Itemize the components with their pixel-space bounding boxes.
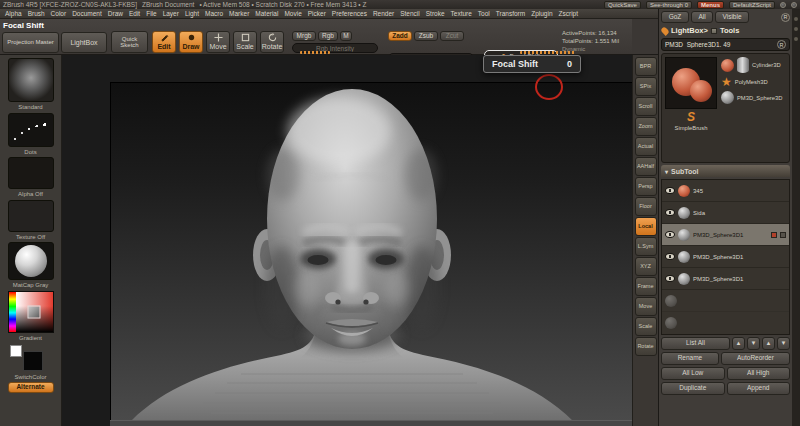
menu-item-draw[interactable]: Draw — [108, 10, 123, 17]
spix-button[interactable]: SPix — [635, 77, 657, 96]
actual-button[interactable]: Actual — [635, 137, 657, 156]
menu-item-macro[interactable]: Macro — [205, 10, 223, 17]
quick-sketch-button[interactable]: Quick Sketch — [111, 31, 148, 53]
floor-button[interactable]: Floor — [635, 197, 657, 216]
menu-item-preferences[interactable]: Preferences — [332, 10, 367, 17]
draw-button[interactable]: Draw — [179, 31, 203, 53]
menu-item-marker[interactable]: Marker — [229, 10, 249, 17]
menus-button[interactable]: Menus — [697, 1, 724, 9]
window-control-icon[interactable] — [780, 2, 786, 8]
move-up-button[interactable]: ▲ — [732, 337, 745, 350]
visibility-eye-icon[interactable] — [665, 187, 675, 194]
current-material-thumbnail[interactable] — [8, 242, 54, 280]
tool-item-cylinder[interactable]: Cylinder3D — [721, 57, 786, 73]
subtool-row-empty-1[interactable] — [662, 290, 789, 312]
menu-item-document[interactable]: Document — [72, 10, 102, 17]
lightbox-tools-header[interactable]: LightBox> Tools — [661, 25, 790, 36]
menu-item-texture[interactable]: Texture — [451, 10, 472, 17]
visibility-eye-icon[interactable] — [665, 209, 675, 216]
subtool-row-5[interactable]: PM3D_Sphere3D1 — [662, 268, 789, 290]
menu-item-material[interactable]: Material — [255, 10, 278, 17]
zcut-button[interactable]: Zcut — [440, 31, 464, 41]
m-button[interactable]: M — [340, 31, 352, 41]
persp-button[interactable]: Persp — [635, 177, 657, 196]
zsub-button[interactable]: Zsub — [414, 31, 438, 41]
menu-item-layer[interactable]: Layer — [163, 10, 179, 17]
current-tool-bar[interactable]: PM3D_Sphere3D1. 49 R — [661, 38, 790, 51]
quicksave-button[interactable]: QuickSave — [604, 1, 641, 9]
current-alpha-thumbnail[interactable] — [8, 157, 54, 189]
subtool-section-header[interactable]: ▾ SubTool — [661, 165, 790, 177]
menu-item-edit[interactable]: Edit — [129, 10, 140, 17]
scale-button[interactable]: Scale — [233, 31, 257, 53]
goz-all-button[interactable]: All — [691, 11, 713, 23]
subtool-option-icon[interactable] — [780, 232, 786, 238]
menu-item-stencil[interactable]: Stencil — [400, 10, 420, 17]
saturation-value-area[interactable] — [16, 292, 53, 332]
polypaint-flag-icon[interactable] — [771, 232, 777, 238]
scroll-button[interactable]: Scroll — [635, 97, 657, 116]
move-down-button[interactable]: ▼ — [747, 337, 760, 350]
rgb-button[interactable]: Rgb — [318, 31, 338, 41]
move-nav-button[interactable]: Move — [635, 297, 657, 316]
edit-button[interactable]: Edit — [152, 31, 176, 53]
subtool-row-1[interactable]: 345 — [662, 180, 789, 202]
current-stroke-thumbnail[interactable] — [8, 113, 54, 147]
secondary-color-swatch[interactable] — [23, 351, 43, 371]
menu-item-color[interactable]: Color — [51, 10, 67, 17]
alternate-button[interactable]: Alternate — [8, 382, 54, 393]
simplebrush-icon[interactable]: S — [687, 111, 695, 123]
autoreorder-button[interactable]: AutoReorder — [721, 352, 790, 365]
menu-item-stroke[interactable]: Stroke — [426, 10, 445, 17]
goz-button[interactable]: GoZ — [661, 11, 689, 23]
lightbox-button[interactable]: LightBox — [61, 32, 107, 53]
visibility-eye-icon[interactable] — [665, 275, 675, 282]
menu-item-alpha[interactable]: Alpha — [5, 10, 22, 17]
menu-item-zplugin[interactable]: Zplugin — [531, 10, 552, 17]
menu-item-transform[interactable]: Transform — [496, 10, 525, 17]
tray-divider-grip[interactable] — [300, 51, 330, 54]
subtool-row-3-selected[interactable]: PM3D_Sphere3D1 — [662, 224, 789, 246]
list-all-button[interactable]: List All — [661, 337, 730, 350]
zoom-button[interactable]: Zoom — [635, 117, 657, 136]
goz-visible-button[interactable]: Visible — [715, 11, 749, 23]
rename-button[interactable]: Rename — [661, 352, 719, 365]
color-picker-inner-swatch[interactable] — [28, 305, 41, 318]
move-bottom-button[interactable]: ▼ — [777, 337, 790, 350]
menu-item-movie[interactable]: Movie — [284, 10, 301, 17]
move-button[interactable]: Move — [206, 31, 230, 53]
switch-color-button[interactable]: SwitchColor — [14, 374, 46, 381]
default-zscript-button[interactable]: DefaultZScript — [729, 1, 775, 9]
current-texture-thumbnail[interactable] — [8, 200, 54, 232]
window-control-icon-2[interactable] — [791, 2, 797, 8]
menu-item-file[interactable]: File — [146, 10, 156, 17]
aahalf-button[interactable]: AAHalf — [635, 157, 657, 176]
subtool-row-4[interactable]: PM3D_Sphere3D1 — [662, 246, 789, 268]
rotate-button[interactable]: Rotate — [260, 31, 284, 53]
all-high-button[interactable]: All High — [727, 367, 791, 380]
subtool-row-empty-2[interactable] — [662, 312, 789, 334]
projection-master-button[interactable]: Projection Master — [2, 32, 59, 53]
color-picker[interactable] — [8, 291, 54, 333]
zbrush-document[interactable] — [110, 82, 632, 420]
see-through-slider[interactable]: See-through 0 — [646, 1, 692, 9]
visibility-eye-icon[interactable] — [665, 253, 675, 260]
xyz-button[interactable]: XYZ — [635, 257, 657, 276]
zadd-button[interactable]: Zadd — [388, 31, 412, 41]
visibility-eye-icon[interactable] — [665, 231, 675, 238]
tool-item-polymesh[interactable]: ★ PolyMesh3D — [721, 76, 786, 88]
menu-item-render[interactable]: Render — [373, 10, 394, 17]
active-tool-thumbnail[interactable] — [665, 57, 717, 109]
tool-restore-icon[interactable]: R — [777, 40, 786, 49]
append-button[interactable]: Append — [727, 382, 791, 395]
tool-item-sphere[interactable]: PM3D_Sphere3D — [721, 91, 786, 104]
frame-button[interactable]: Frame — [635, 277, 657, 296]
scale-nav-button[interactable]: Scale — [635, 317, 657, 336]
tray-divider-grip-2[interactable] — [520, 51, 576, 54]
lsym-button[interactable]: L.Sym — [635, 237, 657, 256]
move-top-button[interactable]: ▲ — [762, 337, 775, 350]
subtool-row-2[interactable]: Sida — [662, 202, 789, 224]
rotate-nav-button[interactable]: Rotate — [635, 337, 657, 356]
mrgb-button[interactable]: Mrgb — [292, 31, 316, 41]
current-brush-thumbnail[interactable] — [8, 58, 54, 102]
